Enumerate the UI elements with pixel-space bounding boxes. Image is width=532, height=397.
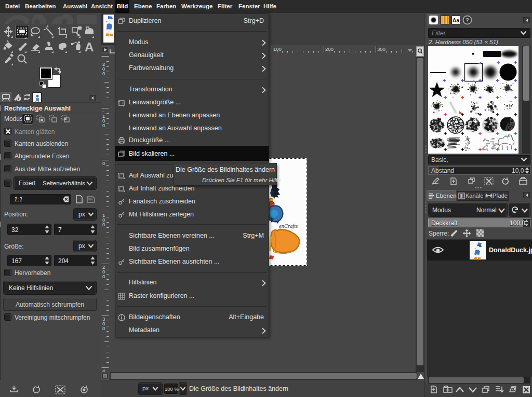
svg-text:0: 0 [102,160,105,166]
svg-text:0: 0 [102,273,105,279]
svg-text:200: 200 [325,46,334,52]
svg-text:0: 0 [102,71,105,76]
svg-text:300: 300 [377,46,385,52]
svg-text:100: 100 [273,46,282,52]
svg-text:i: i [18,97,19,101]
svg-text:0: 0 [102,122,105,128]
svg-text:0: 0 [102,222,105,227]
svg-text:?: ? [466,17,469,23]
svg-text:0: 0 [102,325,105,331]
svg-text:enCrafts: enCrafts [279,223,298,229]
svg-text:A: A [85,40,94,54]
svg-text:4: 4 [102,368,105,373]
